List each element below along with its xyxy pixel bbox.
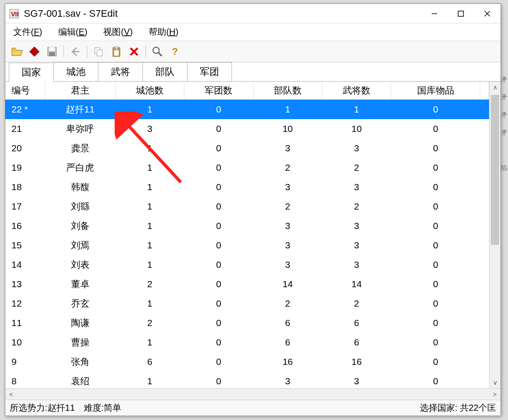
cell-treasury: 0 (391, 352, 480, 371)
tab-3[interactable]: 部队 (142, 62, 187, 81)
table-row[interactable]: 17刘繇10220 (5, 197, 489, 216)
table-row[interactable]: 13董卓2014140 (5, 274, 489, 294)
table-row[interactable]: 12乔玄10220 (5, 294, 489, 313)
menu-edit[interactable]: 编辑(E) (55, 24, 91, 40)
cell-generals: 6 (322, 333, 391, 352)
cell-id: 10 (5, 333, 45, 352)
cell-corps: 0 (184, 100, 253, 120)
save-icon[interactable] (44, 44, 60, 60)
tab-1[interactable]: 城池 (53, 62, 98, 81)
cell-lord: 卑弥呼 (45, 119, 115, 139)
cell-troops: 3 (253, 371, 322, 388)
svg-rect-13 (115, 47, 118, 49)
minimize-button[interactable] (421, 4, 448, 23)
tab-2[interactable]: 武将 (98, 62, 143, 81)
delete-icon[interactable] (126, 44, 142, 60)
help-icon[interactable]: ? (167, 44, 183, 60)
table-row[interactable]: 20龚景10330 (5, 139, 489, 158)
cell-id: 8 (5, 371, 45, 388)
column-header[interactable]: 编号 (5, 82, 45, 100)
table-row[interactable]: 16刘备10330 (5, 216, 489, 236)
cell-corps: 0 (184, 333, 253, 352)
cell-generals: 3 (322, 177, 391, 197)
paste-icon[interactable] (108, 44, 124, 60)
cell-treasury: 0 (391, 313, 480, 333)
search-icon[interactable] (149, 44, 165, 60)
column-header[interactable]: 国库物品 (391, 82, 480, 100)
cell-id: 12 (5, 294, 45, 313)
menu-view[interactable]: 视图(V) (100, 24, 136, 40)
svg-line-18 (158, 52, 162, 56)
table-row[interactable]: 19严白虎10220 (5, 158, 489, 177)
column-header[interactable]: 武将数 (322, 82, 391, 100)
cell-troops: 1 (253, 100, 322, 120)
cell-treasury: 0 (391, 119, 480, 139)
menu-file[interactable]: 文件(F) (10, 24, 46, 40)
cell-lord: 刘备 (45, 216, 115, 236)
column-header[interactable]: 军团数 (184, 82, 253, 100)
table-row[interactable]: 14刘表10330 (5, 255, 489, 274)
cell-id: 15 (5, 236, 45, 255)
cell-id: 17 (5, 197, 45, 216)
cell-generals: 1 (322, 100, 391, 120)
scroll-thumb[interactable] (491, 95, 499, 245)
cell-lord: 严白虎 (45, 158, 115, 177)
copy-icon[interactable] (91, 44, 107, 60)
tab-0[interactable]: 国家 (9, 63, 54, 82)
column-header[interactable]: 部队数 (253, 82, 322, 100)
scroll-up-icon[interactable]: ∧ (489, 82, 501, 93)
menu-help[interactable]: 帮助(H) (145, 24, 182, 40)
cell-corps: 0 (184, 294, 253, 313)
cell-corps: 0 (184, 313, 253, 333)
cell-treasury: 0 (391, 139, 480, 158)
cell-generals: 6 (322, 313, 391, 333)
tab-4[interactable]: 军团 (187, 62, 232, 81)
maximize-button[interactable] (448, 4, 474, 23)
column-header[interactable]: 君主 (45, 82, 115, 100)
cell-corps: 0 (184, 352, 253, 371)
table-row[interactable]: 11陶谦20660 (5, 313, 489, 333)
table-row[interactable]: 21卑弥呼3010100 (5, 119, 489, 139)
scroll-down-icon[interactable]: ∨ (489, 377, 501, 388)
cell-id: 13 (5, 274, 45, 294)
back-icon[interactable] (67, 44, 83, 60)
cell-treasury: 0 (391, 177, 480, 197)
cell-cities: 1 (115, 177, 184, 197)
table-row[interactable]: 15刘焉10330 (5, 236, 489, 255)
table-row[interactable]: 10曹操10660 (5, 333, 489, 352)
diamond-icon[interactable] (26, 44, 42, 60)
cell-troops: 6 (253, 313, 322, 333)
cell-troops: 3 (253, 216, 322, 236)
cell-cities: 1 (115, 333, 184, 352)
cell-lord: 曹操 (45, 333, 115, 352)
table-row[interactable]: 8袁绍10330 (5, 371, 489, 388)
cell-cities: 1 (115, 139, 184, 158)
column-header[interactable]: 城池数 (115, 82, 184, 100)
table-row[interactable]: 18韩馥10330 (5, 177, 489, 197)
svg-rect-11 (97, 50, 102, 56)
open-icon[interactable] (9, 44, 25, 60)
cell-generals: 2 (322, 294, 391, 313)
close-button[interactable] (474, 4, 501, 23)
cell-lord: 陶谦 (45, 313, 115, 333)
cell-generals: 14 (322, 274, 391, 294)
scroll-left-icon[interactable]: < (5, 389, 17, 400)
cell-cities: 1 (115, 158, 184, 177)
cell-treasury: 0 (391, 197, 480, 216)
cell-id: 21 (5, 119, 45, 139)
table-row[interactable]: 9张角6016160 (5, 352, 489, 371)
svg-rect-8 (49, 52, 55, 56)
cell-troops: 16 (253, 352, 322, 371)
cell-corps: 0 (184, 274, 253, 294)
svg-rect-3 (458, 11, 463, 16)
background-glyphs: 矛矛矛矛陷 (501, 71, 508, 176)
horizontal-scrollbar[interactable]: < > (5, 388, 501, 400)
app-icon: VII (9, 8, 19, 19)
cell-lord: 张角 (45, 352, 115, 371)
table-row[interactable]: 22 *赵扦1110110 (5, 100, 489, 120)
scroll-right-icon[interactable]: > (489, 389, 501, 400)
vertical-scrollbar[interactable]: ∧ ∨ (489, 82, 501, 388)
cell-generals: 3 (322, 371, 391, 388)
svg-text:?: ? (172, 46, 178, 57)
cell-generals: 10 (322, 119, 391, 139)
